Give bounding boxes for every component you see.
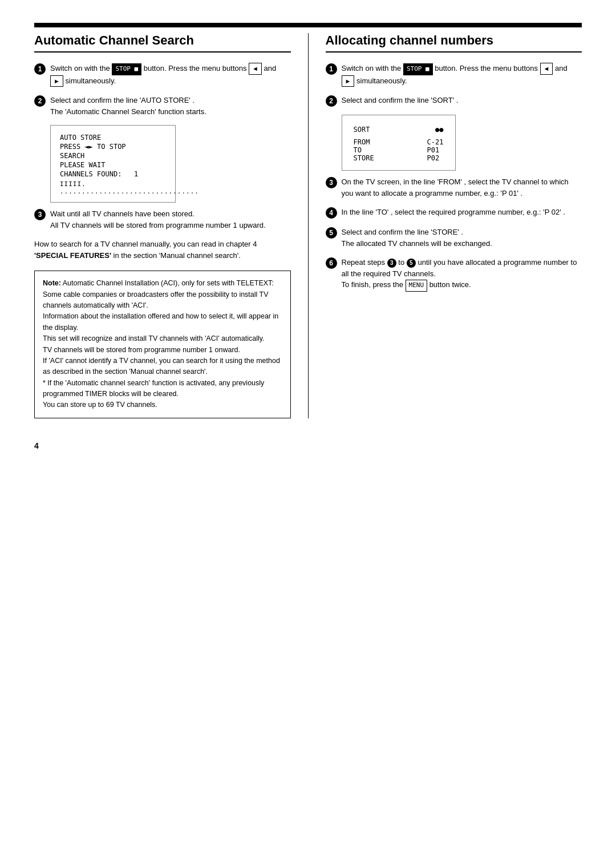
right-step-4-content: In the line 'TO' , select the required p… [342, 207, 582, 218]
left-step-3: 3 Wait until all TV channels have been s… [34, 208, 291, 231]
note-line8: You can store up to 69 TV channels. [43, 401, 157, 409]
sort-labels-col: FROM TO STORE [354, 138, 374, 162]
right-step-1-number: 1 [326, 63, 337, 75]
left-step-2: 2 Select and confirm the line 'AUTO STOR… [34, 95, 291, 117]
left-step1-text-middle: button. Press the menu buttons [144, 64, 247, 72]
left-step-1-content: Switch on with the STOP ■ button. Press … [50, 63, 291, 87]
right-section-title: Allocating channel numbers [326, 33, 582, 53]
right-column: Allocating channel numbers 1 Switch on w… [309, 33, 582, 418]
note-line6: If 'ACI' cannot identify a TV channel, y… [43, 357, 280, 376]
screen-progress: IIIII. ................................ [60, 180, 166, 195]
page-number: 4 [34, 441, 582, 450]
sort-value: ●● [435, 126, 443, 134]
right-step6-text-end: button twice. [429, 280, 471, 289]
menu-button: MENU [406, 280, 428, 292]
left-step1-text-before: Switch on with the [50, 64, 110, 72]
left-section-title: Automatic Channel Search [34, 33, 291, 53]
left-step-1-number: 1 [34, 63, 46, 75]
screen-line-1: AUTO STORE [60, 134, 166, 142]
sort-screen: SORT ●● FROM TO STORE C-21 P01 P02 [342, 115, 456, 171]
left-step-3-content: Wait until all TV channels have been sto… [50, 208, 291, 231]
right-arrow-left-1: ► [50, 75, 63, 87]
sort-row-1: SORT ●● [354, 126, 444, 134]
auto-store-screen: AUTO STORE PRESS ◄► TO STOP SEARCH PLEAS… [50, 125, 176, 203]
left-plain-text: How to search for a TV channel manually,… [34, 239, 291, 261]
note-line4: This set will recognize and install TV c… [43, 334, 265, 342]
left-step1-and: and [264, 64, 277, 72]
left-step1-text-after: simultaneously. [66, 76, 116, 85]
note-line3: Information about the installation offer… [43, 312, 278, 331]
screen-line-3: SEARCH [60, 152, 166, 160]
left-step-1: 1 Switch on with the STOP ■ button. Pres… [34, 63, 291, 87]
left-arrow-left-1: ◄ [249, 63, 262, 75]
store-label: STORE [354, 154, 374, 162]
right-step6-ref1: 3 [387, 259, 396, 268]
right-step5-line2: The allocated TV channels will be exchan… [342, 238, 582, 249]
right-step-1-content: Switch on with the STOP ■ button. Press … [342, 63, 582, 87]
right-step-5: 5 Select and confirm the line 'STORE' . … [326, 227, 582, 249]
sort-values-col: C-21 P01 P02 [427, 138, 444, 162]
right-step-6-content: Repeat steps 3 to 5 until you have alloc… [342, 257, 582, 292]
right-step-3-number: 3 [326, 177, 337, 188]
right-step-3-content: On the TV screen, in the line 'FROM' , s… [342, 176, 582, 199]
stop-button-left-1: STOP ■ [112, 63, 141, 75]
note-line7: * If the 'Automatic channel search' func… [43, 379, 264, 398]
screen-line-2: PRESS ◄► TO STOP [60, 143, 166, 151]
p01-value: P01 [427, 146, 444, 154]
note-line2: Some cable companies or broadcasters off… [43, 291, 269, 309]
left-step-2-content: Select and confirm the line 'AUTO STORE'… [50, 95, 291, 117]
left-step2-line2: The 'Automatic Channel Search' function … [50, 106, 291, 118]
sort-row-2: FROM TO STORE C-21 P01 P02 [354, 138, 444, 162]
right-step1-text-middle: button. Press the menu buttons [435, 64, 538, 72]
right-step6-to: to [398, 258, 404, 267]
right-step-2: 2 Select and confirm the line 'SORT' . [326, 95, 582, 107]
left-step-3-number: 3 [34, 209, 46, 220]
p02-value: P02 [427, 154, 444, 162]
stop-button-right-1: STOP ■ [403, 63, 433, 75]
sort-label: SORT [354, 126, 370, 134]
left-step3-line2: All TV channels will be stored from prog… [50, 220, 291, 231]
right-step1-text-before: Switch on with the [342, 64, 402, 72]
top-bar [34, 23, 582, 27]
left-step2-line1: Select and confirm the line 'AUTO STORE'… [50, 95, 291, 106]
from-label: FROM [354, 138, 374, 146]
right-step-2-content: Select and confirm the line 'SORT' . [342, 95, 582, 106]
right-step-6-number: 6 [326, 257, 337, 269]
note-line5: TV channels will be stored from programm… [43, 346, 240, 354]
right-step6-text-before: Repeat steps [342, 258, 386, 267]
right-arrow-right-1: ► [342, 75, 355, 87]
note-bold: Note: Automatic Channel Installation (AC… [43, 279, 274, 287]
left-step-2-number: 2 [34, 95, 46, 107]
left-column: Automatic Channel Search 1 Switch on wit… [34, 33, 309, 418]
left-step3-line1: Wait until all TV channels have been sto… [50, 208, 291, 220]
right-step2-text: Select and confirm the line 'SORT' . [342, 96, 459, 104]
right-step5-line1: Select and confirm the line 'STORE' . [342, 227, 582, 238]
right-step-2-number: 2 [326, 95, 337, 107]
right-step-4: 4 In the line 'TO' , select the required… [326, 207, 582, 219]
screen-line-4: PLEASE WAIT [60, 161, 166, 169]
right-step1-and: and [555, 64, 568, 72]
right-step-3: 3 On the TV screen, in the line 'FROM' ,… [326, 176, 582, 199]
to-label: TO [354, 146, 374, 154]
left-arrow-right-1: ◄ [540, 63, 553, 75]
screen-channels-found: CHANNELS FOUND: 1 [60, 170, 166, 178]
right-step-6: 6 Repeat steps 3 to 5 until you have all… [326, 257, 582, 292]
right-step-4-number: 4 [326, 207, 337, 219]
right-step-5-content: Select and confirm the line 'STORE' . Th… [342, 227, 582, 249]
right-step-1: 1 Switch on with the STOP ■ button. Pres… [326, 63, 582, 87]
right-step6-ref2: 5 [407, 259, 416, 268]
c-value: C-21 [427, 138, 444, 146]
note-box: Note: Automatic Channel Installation (AC… [34, 271, 291, 418]
right-step6-text-finish: To finish, press the [342, 280, 403, 289]
right-step1-text-after: simultaneously. [356, 76, 407, 85]
right-step-5-number: 5 [326, 227, 337, 239]
